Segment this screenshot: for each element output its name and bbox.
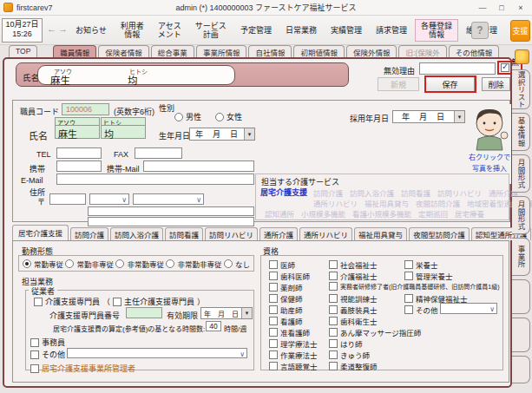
qual-kanri-eiyoshi-checkbox[interactable] [404,272,413,280]
delete-button[interactable]: 削除 [482,77,510,91]
qual-ishi-checkbox[interactable] [269,260,278,269]
service-kyotaku-kaigo-shien[interactable]: 居宅介護支援 [260,187,307,198]
mascot-icon[interactable] [515,49,529,64]
mobile-input[interactable] [56,160,102,172]
worktype-radio3-circle[interactable] [115,259,124,268]
qual-hari-checkbox[interactable] [329,339,338,348]
staff-code-field[interactable]: 100006 [62,103,109,115]
worktype-hijokin-hisenju-radio[interactable]: 非常勤非専従 [166,259,221,269]
email-input[interactable] [56,174,254,185]
photo-placeholder[interactable]: 右クリックで 写真を挿入 [468,104,511,184]
rail-tab-blank-2[interactable] [512,318,530,352]
care-manager-checkbox[interactable] [34,298,43,306]
tab-shokichi-joho[interactable]: 初期値情報 [293,45,345,58]
qual-other-checkbox[interactable] [404,305,413,314]
service-tab-homon-nyuyoku[interactable]: 訪問入浴介護 [110,227,163,240]
nav-item-seikyu[interactable]: 請求管理 [370,23,413,37]
tab-hokensha-joho[interactable]: 保険者情報 [98,45,149,58]
tel-input[interactable] [56,147,102,159]
worktype-radio2-circle[interactable] [65,259,74,268]
cm-number-field[interactable] [126,307,162,318]
service-tab-tsusho-rehab[interactable]: 通所リハビリ [299,227,352,240]
hire-date-arrow-icon[interactable]: ▼ [454,111,464,122]
qual-shino-kunren-checkbox[interactable] [329,294,338,303]
service-tab-kyotaku[interactable]: 居宅介護支援 [12,225,69,240]
qual-shika-eisei-checkbox[interactable] [329,317,338,325]
nav-item-assessment[interactable]: アセス メント [152,19,187,43]
clerk-checkbox[interactable] [30,338,39,347]
qual-kangoshi-checkbox[interactable] [269,317,278,325]
tab-top[interactable]: TOP [9,45,37,58]
tab-shokuin-joho[interactable]: 職員情報 [53,45,96,58]
qual-rigaku-checkbox[interactable] [269,339,278,348]
help-button[interactable]: ? [471,22,489,39]
qual-kaigo-fukushi-checkbox[interactable] [329,272,338,280]
birth-date-select[interactable]: 年 月 日 ▼ [189,128,255,141]
invalid-checkbox[interactable] [501,63,509,72]
qual-jitsumusha-checkbox[interactable] [329,282,338,291]
qual-shakai-fukushi-checkbox[interactable] [329,260,338,269]
female-radio-circle[interactable] [215,113,224,121]
back-arrow-icon[interactable]: ← [47,23,56,34]
tab-jigyosho-joho[interactable]: 事業所情報 [196,45,247,58]
qual-yakuzaishi-checkbox[interactable] [269,283,278,291]
tab-jisha-joho[interactable]: 自社情報 [248,45,292,58]
worktype-hijokin-senju-radio[interactable]: 非常勤専従 [115,259,164,269]
worktype-jokin-hisenju-radio[interactable]: 常勤非専従 [65,259,114,269]
gender-female-radio[interactable]: 女性 [215,111,242,122]
qual-other-select[interactable]: ∨ [440,303,497,314]
prefecture-select[interactable]: ∨ [89,193,129,205]
qual-gishi-sogu-checkbox[interactable] [329,305,338,314]
valid-period-select[interactable]: 年 月 日 ▼ [200,307,253,319]
nav-item-service-plan[interactable]: サービス 計画 [189,19,233,43]
worktype-jokin-senju-radio[interactable]: 常勤専従 [23,259,63,269]
qual-kyu-checkbox[interactable] [329,350,338,359]
address-line1-input[interactable] [88,206,254,216]
first-name-field[interactable]: 均 [101,125,146,139]
save-button[interactable]: 保存 [426,77,475,91]
nav-item-nichijo[interactable]: 日常業務 [279,23,323,37]
rail-tab-kihon-joho[interactable]: 基本情報 [512,113,530,151]
last-name-field[interactable]: 麻生 [55,125,100,139]
valid-period-arrow-icon[interactable]: ▼ [241,308,252,318]
postal-code-input[interactable] [49,193,86,205]
other-duty-select[interactable]: ∨ [67,348,247,358]
rail-tab-gekkan-keishiki-1[interactable]: 月間形式 [512,154,530,193]
new-button[interactable]: 新規 [378,77,419,91]
qual-shika-ishi-checkbox[interactable] [269,272,278,280]
forward-arrow-icon[interactable]: → [58,23,68,34]
qual-gengo-checkbox[interactable] [269,362,278,370]
qual-eiyoshi-checkbox[interactable] [404,260,413,269]
address-line2-input[interactable] [88,217,254,226]
city-select[interactable]: ∨ [133,193,204,205]
qual-sagyo-checkbox[interactable] [269,350,278,359]
support-button[interactable]: 支援 [510,20,530,42]
qual-anma-checkbox[interactable] [329,328,338,337]
nav-item-jisseki[interactable]: 実績管理 [325,23,368,37]
tab-sonota-joho[interactable]: その他情報 [449,45,500,58]
rail-tab-jigyosho[interactable]: 事業所 [512,238,530,276]
qual-josanshi-checkbox[interactable] [269,305,278,314]
nav-item-kakushu-toroku[interactable]: 各種登録 情報 [415,19,458,43]
worktype-radio1-circle[interactable] [23,259,31,268]
hours-field[interactable]: 40 [206,321,221,331]
tab-old-hokengai[interactable]: 旧:(保険外 [398,45,446,58]
other-duty-checkbox[interactable] [30,350,39,359]
qual-seishin-hoken-checkbox[interactable] [404,294,413,303]
worktype-none-radio[interactable]: なし [224,259,250,269]
tab-hokengai-joho[interactable]: 保険外情報 [346,45,397,58]
rail-tab-sentaku-list[interactable]: 選択リスト [512,69,530,109]
invalid-reason-input[interactable] [419,62,496,75]
birth-date-arrow-icon[interactable]: ▼ [244,128,254,140]
rail-tab-blank-3[interactable] [512,356,530,383]
nav-item-yotei[interactable]: 予定管理 [234,23,278,37]
qual-judo-seifuku-checkbox[interactable] [329,362,338,370]
chief-care-manager-checkbox[interactable] [113,298,122,306]
rail-tab-blank-1[interactable] [512,279,530,314]
minimize-button[interactable]: — [473,0,492,15]
maximize-button[interactable]: □ [492,0,511,15]
qual-hokenshi-checkbox[interactable] [269,294,278,303]
rail-tab-gekkan-keishiki-2[interactable]: 月間形式 [512,196,530,234]
worktype-radio4-circle[interactable] [166,259,174,268]
worktype-radio5-circle[interactable] [224,259,233,268]
